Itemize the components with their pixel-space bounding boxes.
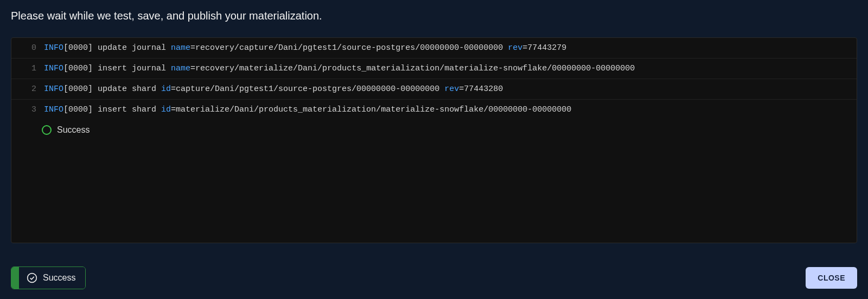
- log-status-row: Success: [11, 120, 857, 140]
- log-param-key: id: [161, 105, 171, 114]
- log-line: 3INFO[0000] insert shard id=materialize/…: [11, 100, 857, 120]
- log-param-value: =recovery/capture/Dani/pgtest1/source-po…: [190, 43, 508, 53]
- log-level: INFO: [44, 84, 63, 94]
- log-panel[interactable]: 0INFO[0000] update journal name=recovery…: [11, 37, 857, 243]
- log-bracket: [0000] insert shard: [63, 105, 161, 114]
- log-param-value: =recovery/materialize/Dani/products_mate…: [190, 64, 635, 73]
- log-param-value: =capture/Dani/pgtest1/source-postgres/00…: [171, 84, 444, 94]
- log-param-key: rev: [508, 43, 522, 53]
- close-button[interactable]: CLOSE: [806, 267, 857, 289]
- log-line: 0INFO[0000] update journal name=recovery…: [11, 38, 857, 58]
- log-line-number: 1: [19, 64, 44, 73]
- dialog-heading: Please wait while we test, save, and pub…: [0, 0, 868, 29]
- log-line-number: 3: [19, 105, 44, 114]
- success-badge-accent: [11, 267, 19, 289]
- log-level: INFO: [44, 43, 63, 53]
- log-param-value: =materialize/Dani/products_materializati…: [171, 105, 571, 114]
- check-circle-icon: [27, 272, 37, 283]
- log-line-number: 2: [19, 84, 44, 94]
- log-param-value: =77443280: [459, 84, 503, 94]
- log-level: INFO: [44, 105, 63, 114]
- log-param-key: name: [171, 43, 190, 53]
- log-param-key: id: [161, 84, 171, 94]
- log-line: 2INFO[0000] update shard id=capture/Dani…: [11, 79, 857, 100]
- log-param-key: rev: [444, 84, 459, 94]
- log-bracket: [0000] update shard: [63, 84, 161, 94]
- log-param-key: name: [171, 64, 190, 73]
- success-circle-icon: [42, 125, 52, 135]
- log-bracket: [0000] update journal: [63, 43, 171, 53]
- log-level: INFO: [44, 64, 63, 73]
- success-badge: Success: [11, 266, 86, 289]
- svg-point-0: [28, 274, 37, 283]
- dialog-footer: Success CLOSE: [0, 259, 868, 299]
- success-badge-label: Success: [43, 273, 75, 283]
- log-status-text: Success: [57, 125, 90, 135]
- log-param-value: =77443279: [522, 43, 566, 53]
- log-line-number: 0: [19, 43, 44, 53]
- log-line: 1INFO[0000] insert journal name=recovery…: [11, 58, 857, 79]
- log-bracket: [0000] insert journal: [63, 64, 171, 73]
